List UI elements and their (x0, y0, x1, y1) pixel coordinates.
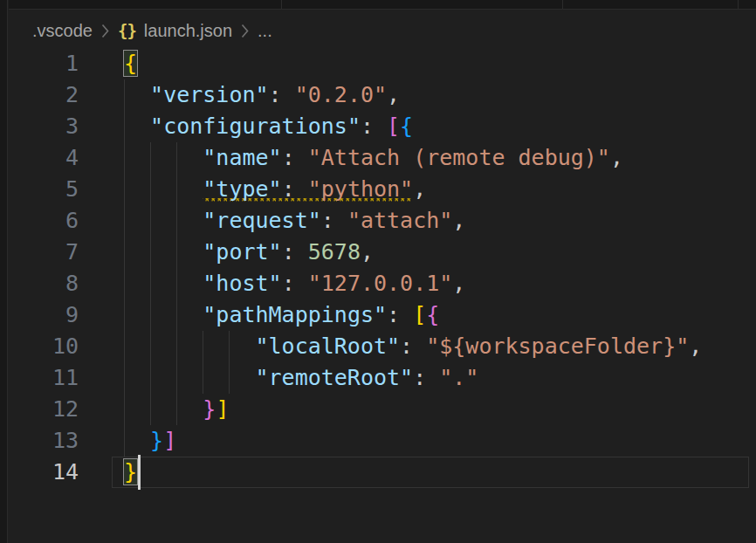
token: "attach" (347, 208, 452, 233)
code-line-9[interactable]: 9 "pathMappings": [{ (0, 299, 756, 331)
token: "localRoot" (256, 333, 401, 359)
token: [ (413, 302, 426, 327)
token: , (689, 333, 702, 359)
token: : (400, 333, 426, 359)
token: , (452, 271, 465, 296)
token: : (282, 239, 308, 265)
line-number[interactable]: 10 (0, 331, 79, 362)
token (124, 145, 203, 170)
code-line-10[interactable]: 10 "localRoot": "${workspaceFolder}", (0, 331, 756, 362)
code-line-1[interactable]: 1{ (0, 48, 756, 79)
line-number[interactable]: 12 (0, 394, 79, 425)
warning-squiggle: "type": "python" (203, 176, 413, 204)
token: "${workspaceFolder}" (426, 333, 689, 359)
code-area[interactable]: 1{2 "version": "0.2.0",3 "configurations… (0, 48, 756, 488)
line-number[interactable]: 11 (0, 362, 79, 394)
line-number[interactable]: 8 (0, 268, 79, 299)
code-text: "host": "127.0.0.1", (124, 268, 465, 299)
token: , (361, 239, 374, 265)
token: : (321, 208, 347, 233)
chevron-right-icon (240, 23, 250, 39)
breadcrumb-more[interactable]: ... (258, 21, 272, 41)
code-line-5[interactable]: 5 "type": "python", (0, 174, 756, 205)
line-number[interactable]: 5 (0, 174, 79, 205)
text-cursor (138, 455, 141, 490)
token (124, 365, 256, 390)
token: : (282, 145, 308, 170)
token (124, 208, 203, 233)
token (124, 302, 203, 327)
token: "version" (150, 82, 268, 107)
code-line-2[interactable]: 2 "version": "0.2.0", (0, 79, 756, 111)
code-line-7[interactable]: 7 "port": 5678, (0, 237, 756, 268)
token: } (203, 396, 216, 422)
token: "port" (203, 239, 281, 265)
code-text: "version": "0.2.0", (124, 79, 400, 111)
code-text: "remoteRoot": "." (124, 362, 478, 394)
token: , (452, 208, 465, 233)
token: "name" (203, 145, 281, 170)
code-text: }] (124, 425, 176, 457)
token: , (387, 82, 400, 107)
code-text: }] (124, 394, 229, 425)
token: , (610, 145, 623, 170)
code-line-11[interactable]: 11 "remoteRoot": "." (0, 362, 756, 394)
line-number[interactable]: 2 (0, 79, 79, 111)
token: { (426, 302, 439, 327)
line-number[interactable]: 13 (0, 425, 79, 457)
code-text: "configurations": [{ (124, 111, 413, 142)
code-text: "type": "python", (124, 174, 426, 205)
token: ] (163, 428, 176, 453)
token: "host" (203, 271, 281, 296)
breadcrumb-file[interactable]: launch.json (144, 21, 232, 41)
code-line-13[interactable]: 13 }] (0, 425, 756, 457)
tab-divider (562, 0, 563, 9)
code-line-14[interactable]: 14} (0, 457, 756, 488)
token: { (400, 113, 413, 139)
token: ] (216, 396, 229, 422)
code-line-12[interactable]: 12 }] (0, 394, 756, 425)
token: , (413, 176, 426, 202)
token: [ (387, 113, 400, 139)
line-number[interactable]: 7 (0, 237, 79, 268)
token: : (282, 271, 308, 296)
breadcrumb: .vscode {} launch.json ... (32, 18, 272, 43)
token: "configurations" (150, 113, 361, 139)
line-number[interactable]: 3 (0, 111, 79, 142)
token: "python" (308, 176, 413, 202)
line-number[interactable]: 6 (0, 205, 79, 237)
token: "." (439, 365, 478, 390)
code-text: "name": "Attach (remote debug)", (124, 142, 623, 174)
token (124, 396, 203, 422)
vscode-editor-window: .vscode {} launch.json ... 1{2 "version"… (0, 0, 756, 543)
code-text: { (124, 48, 137, 79)
token: : (282, 176, 308, 202)
token: "remoteRoot" (256, 365, 414, 390)
code-line-4[interactable]: 4 "name": "Attach (remote debug)", (0, 142, 756, 174)
code-text: "pathMappings": [{ (124, 299, 439, 331)
tab-divider (738, 0, 739, 9)
breadcrumb-folder[interactable]: .vscode (32, 21, 93, 41)
token: : (387, 302, 413, 327)
matched-bracket: { (124, 51, 137, 76)
token (124, 333, 256, 359)
token (124, 82, 150, 107)
code-line-8[interactable]: 8 "host": "127.0.0.1", (0, 268, 756, 299)
token: "0.2.0" (295, 82, 387, 107)
code-text: } (124, 457, 137, 488)
token (124, 271, 203, 296)
json-file-icon: {} (118, 21, 136, 40)
code-text: "port": 5678, (124, 237, 374, 268)
token: "request" (203, 208, 320, 233)
token (124, 113, 150, 139)
line-number[interactable]: 4 (0, 142, 79, 174)
tab-divider (281, 0, 282, 9)
token (124, 239, 203, 265)
token: "type" (203, 176, 281, 202)
code-line-6[interactable]: 6 "request": "attach", (0, 205, 756, 237)
line-number[interactable]: 14 (0, 457, 79, 488)
token: 5678 (308, 239, 361, 265)
line-number[interactable]: 9 (0, 299, 79, 331)
line-number[interactable]: 1 (0, 48, 79, 79)
code-line-3[interactable]: 3 "configurations": [{ (0, 111, 756, 142)
